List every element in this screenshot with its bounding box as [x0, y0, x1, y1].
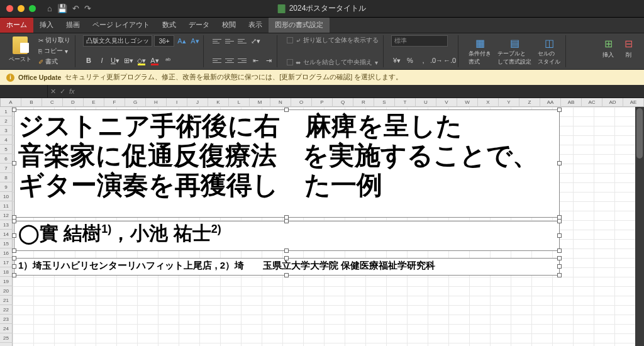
tab-page-layout[interactable]: ページ レイアウト — [86, 17, 156, 33]
align-right[interactable] — [236, 55, 248, 65]
col-header[interactable]: V — [436, 98, 457, 107]
col-header[interactable]: H — [146, 98, 167, 107]
align-top[interactable] — [211, 36, 223, 46]
italic-button[interactable]: I — [96, 55, 108, 66]
col-header[interactable]: K — [208, 98, 229, 107]
confirm-formula[interactable]: ✓ — [60, 87, 65, 96]
increase-font-button[interactable]: A▴ — [176, 35, 187, 47]
col-header[interactable]: S — [374, 98, 395, 107]
vertical-scrollbar[interactable] — [635, 107, 644, 346]
row-header[interactable]: 9 — [0, 182, 13, 192]
underline-button[interactable]: U▾ — [109, 55, 121, 66]
cut-button[interactable]: ✂切り取り — [36, 35, 72, 45]
format-painter-button[interactable]: ✐書式 — [36, 57, 72, 67]
col-header[interactable]: U — [416, 98, 436, 107]
tab-shape-format[interactable]: 図形の書式設定 — [269, 17, 330, 33]
percent-button[interactable]: % — [404, 55, 416, 66]
resize-handle[interactable] — [557, 273, 562, 277]
name-box[interactable] — [0, 85, 48, 98]
affiliation-textbox[interactable]: 1）埼玉リハビリセンターリハフィット上尾店 , 2）埼 玉県立大学大学院 保健医… — [14, 258, 560, 276]
office-update-notice[interactable]: i Office Update セキュリティ更新プログラム、修正、改善を最新の状… — [0, 70, 644, 85]
row-header[interactable]: 5 — [0, 145, 13, 154]
row-header[interactable]: 8 — [0, 173, 13, 182]
row-header[interactable]: 25 — [0, 333, 13, 343]
cell-grid[interactable]: ジストニア手術後に右 麻痺を呈した 音楽家に促通反復療法 を実施することで、 ギ… — [13, 107, 644, 346]
undo-icon[interactable]: ↶ — [72, 4, 79, 13]
phonetic-button[interactable]: ᵃᵇ — [162, 55, 174, 66]
orientation-button[interactable]: ⤢▾ — [250, 35, 261, 47]
col-header[interactable]: AB — [561, 98, 582, 107]
align-bottom[interactable] — [236, 36, 248, 46]
row-header[interactable]: 18 — [0, 267, 13, 277]
col-header[interactable]: C — [42, 98, 63, 107]
col-header[interactable]: R — [353, 98, 374, 107]
col-header[interactable]: O — [291, 98, 312, 107]
col-header[interactable]: L — [229, 98, 250, 107]
decrease-decimal[interactable]: ←.0 — [444, 55, 455, 66]
col-header[interactable]: M — [250, 98, 270, 107]
tab-review[interactable]: 校閲 — [216, 17, 242, 33]
col-header[interactable]: AC — [582, 98, 602, 107]
resize-handle[interactable] — [557, 248, 562, 253]
fx-label[interactable]: fx — [69, 87, 75, 95]
col-header[interactable]: F — [104, 98, 125, 107]
resize-handle[interactable] — [12, 273, 16, 277]
align-left[interactable] — [211, 55, 223, 65]
tab-home[interactable]: ホーム — [0, 17, 33, 33]
conditional-format-button[interactable]: ▦条件付き 書式 — [466, 35, 494, 67]
increase-decimal[interactable]: .0→ — [431, 55, 442, 66]
resize-handle[interactable] — [284, 273, 289, 277]
col-header[interactable]: B — [21, 98, 42, 107]
row-header[interactable]: 15 — [0, 239, 13, 248]
row-header[interactable]: 11 — [0, 201, 13, 211]
row-header[interactable]: 1 — [0, 107, 13, 116]
cancel-formula[interactable]: ✕ — [50, 87, 56, 96]
tab-draw[interactable]: 描画 — [60, 17, 86, 33]
indent-decrease[interactable]: ⇤ — [250, 55, 261, 66]
col-header[interactable]: Z — [519, 98, 540, 107]
resize-handle[interactable] — [557, 161, 562, 165]
row-header[interactable]: 21 — [0, 296, 13, 305]
resize-handle[interactable] — [12, 219, 16, 223]
col-header[interactable]: AA — [540, 98, 561, 107]
col-header[interactable]: Q — [333, 98, 353, 107]
save-icon[interactable]: 💾 — [57, 4, 67, 13]
row-header[interactable]: 17 — [0, 258, 13, 267]
row-header[interactable]: 12 — [0, 211, 13, 220]
authors-textbox[interactable]: ◯實 結樹1)，小池 祐士2) — [14, 221, 560, 251]
col-header[interactable]: D — [63, 98, 84, 107]
row-header[interactable]: 23 — [0, 315, 13, 324]
col-header[interactable]: T — [395, 98, 416, 107]
col-header[interactable]: N — [270, 98, 291, 107]
comma-button[interactable]: , — [418, 55, 429, 66]
row-header[interactable]: 14 — [0, 230, 13, 239]
resize-handle[interactable] — [284, 248, 289, 253]
resize-handle[interactable] — [557, 264, 562, 269]
row-header[interactable]: 19 — [0, 277, 13, 286]
tab-data[interactable]: データ — [182, 17, 216, 33]
row-header[interactable]: 24 — [0, 324, 13, 333]
title-textbox[interactable]: ジストニア手術後に右 麻痺を呈した 音楽家に促通反復療法 を実施することで、 ギ… — [14, 109, 560, 218]
col-header[interactable]: P — [312, 98, 333, 107]
row-header[interactable]: 13 — [0, 220, 13, 230]
number-format-select[interactable] — [391, 35, 448, 47]
home-icon[interactable]: ⌂ — [47, 4, 52, 13]
row-header[interactable]: 10 — [0, 192, 13, 201]
maximize-window[interactable] — [29, 5, 36, 12]
font-color-button[interactable]: A▾ — [149, 55, 160, 66]
font-size-select[interactable] — [154, 35, 174, 47]
copy-button[interactable]: ⎘コピー ▾ — [36, 46, 72, 56]
col-header[interactable]: W — [457, 98, 478, 107]
row-header[interactable]: 26 — [0, 343, 13, 346]
tab-insert[interactable]: 挿入 — [33, 17, 60, 33]
row-header[interactable]: 2 — [0, 116, 13, 126]
row-header[interactable]: 22 — [0, 305, 13, 315]
decrease-font-button[interactable]: A▾ — [189, 35, 201, 47]
resize-handle[interactable] — [557, 233, 562, 238]
row-header[interactable]: 16 — [0, 248, 13, 258]
indent-increase[interactable]: ⇥ — [263, 55, 274, 66]
row-header[interactable]: 7 — [0, 164, 13, 173]
fill-color-button[interactable]: ◇▾ — [136, 55, 147, 66]
minimize-window[interactable] — [18, 5, 25, 12]
col-header[interactable]: AD — [602, 98, 623, 107]
